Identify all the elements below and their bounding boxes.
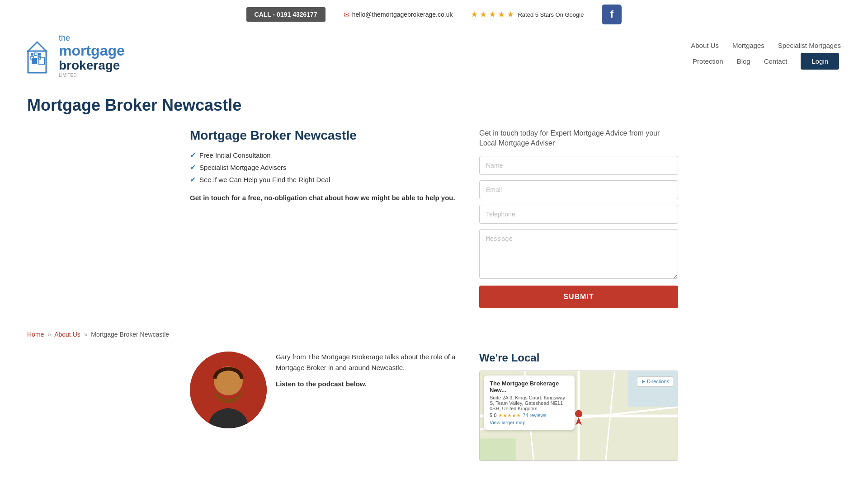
section-title: Mortgage Broker Newcastle	[190, 128, 461, 143]
directions-label: Directions	[647, 379, 669, 384]
svg-rect-3	[31, 53, 33, 56]
star-2: ★	[480, 9, 487, 19]
checklist-item-3: ✔ See if we Can Help you Find the Right …	[190, 175, 461, 184]
person-text-area: Gary from The Mortgage Brokerage talks a…	[276, 352, 461, 389]
logo[interactable]: the mortgage brokerage LIMITED	[27, 34, 125, 78]
map-title: We're Local	[479, 352, 678, 364]
check-icon-1: ✔	[190, 151, 196, 160]
breadcrumb-sep-2: »	[84, 331, 88, 338]
breadcrumb-about-us[interactable]: About Us	[54, 331, 80, 338]
nav-row-top: About Us Mortgages Specialist Mortgages	[691, 42, 841, 49]
telephone-input[interactable]	[479, 205, 678, 224]
map-address: Suite 2A 3, Kings Court, Kingsway S, Tea…	[490, 395, 569, 411]
facebook-button[interactable]: f	[602, 5, 622, 24]
svg-rect-2	[39, 58, 44, 64]
main-content: Mortgage Broker Newcastle ✔ Free Initial…	[163, 119, 705, 326]
breadcrumb-current: Mortgage Broker Newcastle	[91, 331, 169, 338]
map-rating: 5.0 ★★★★★ 74 reviews	[490, 413, 569, 418]
listen-label: Listen to the podcast below.	[276, 379, 461, 389]
person-description: Gary from The Mortgage Brokerage talks a…	[276, 352, 461, 373]
logo-text-area: the mortgage brokerage LIMITED	[59, 34, 125, 78]
form-intro: Get in touch today for Expert Mortgage A…	[479, 128, 678, 149]
message-input[interactable]	[479, 229, 678, 279]
map-info-title: The Mortgage Brokerage New...	[490, 380, 569, 394]
map-directions-button[interactable]: ➤ Directions	[637, 376, 673, 387]
nav-login-button[interactable]: Login	[801, 53, 839, 70]
google-rating: ★ ★ ★ ★ ★ Rated 5 Stars On Google	[471, 9, 584, 19]
breadcrumb-home[interactable]: Home	[27, 331, 44, 338]
call-button[interactable]: CALL - 0191 4326177	[246, 7, 326, 22]
email-input[interactable]	[479, 180, 678, 199]
logo-limited: LIMITED	[59, 73, 125, 78]
person-avatar	[190, 352, 267, 428]
google-rating-label: Rated 5 Stars On Google	[518, 11, 584, 18]
nav-links: About Us Mortgages Specialist Mortgages …	[691, 42, 841, 70]
checklist-text-2: Specialist Mortgage Advisers	[199, 164, 287, 171]
person-card: Gary from The Mortgage Brokerage talks a…	[190, 352, 461, 428]
hero-title: Mortgage Broker Newcastle	[0, 82, 868, 119]
podcast-column: Gary from The Mortgage Brokerage talks a…	[190, 352, 461, 461]
nav-about-us[interactable]: About Us	[691, 42, 719, 49]
nav-mortgages[interactable]: Mortgages	[732, 42, 764, 49]
map-rating-number: 5.0	[490, 413, 496, 418]
breadcrumb: Home » About Us » Mortgage Broker Newcas…	[0, 326, 868, 343]
check-icon-3: ✔	[190, 175, 196, 184]
cta-text: Get in touch for a free, no-obligation c…	[190, 194, 461, 202]
breadcrumb-sep-1: »	[47, 331, 51, 338]
directions-icon: ➤	[641, 379, 645, 385]
email-address: hello@themortgagebrokerage.co.uk	[352, 11, 453, 18]
star-5: ★	[507, 9, 514, 19]
star-4: ★	[498, 9, 505, 19]
checklist-text-1: Free Initial Consultation	[199, 151, 271, 159]
map-reviews-link[interactable]: 74 reviews	[523, 413, 547, 418]
map-view-larger-link[interactable]: View larger map	[490, 420, 569, 425]
person-image	[190, 352, 267, 428]
logo-icon	[27, 38, 54, 74]
envelope-icon: ✉	[344, 10, 349, 19]
nav-specialist-mortgages[interactable]: Specialist Mortgages	[778, 42, 841, 49]
svg-rect-17	[480, 438, 516, 461]
nav-blog[interactable]: Blog	[737, 57, 750, 65]
navbar: the mortgage brokerage LIMITED About Us …	[0, 29, 868, 82]
checklist-text-3: See if we Can Help you Find the Right De…	[199, 176, 330, 183]
contact-form-area: Get in touch today for Expert Mortgage A…	[479, 128, 678, 308]
logo-mortgage: mortgage	[59, 43, 125, 59]
nav-contact[interactable]: Contact	[764, 57, 788, 65]
svg-rect-1	[32, 58, 37, 64]
check-icon-2: ✔	[190, 163, 196, 172]
checklist: ✔ Free Initial Consultation ✔ Specialist…	[190, 151, 461, 184]
logo-the: the	[59, 34, 125, 43]
svg-rect-5	[38, 53, 41, 56]
star-1: ★	[471, 9, 478, 19]
name-input[interactable]	[479, 156, 678, 175]
submit-button[interactable]: SUBMIT	[479, 286, 678, 308]
checklist-item-2: ✔ Specialist Mortgage Advisers	[190, 163, 461, 172]
map-stars: ★★★★★	[498, 413, 521, 418]
lower-section: Gary from The Mortgage Brokerage talks a…	[163, 343, 705, 479]
map-embed[interactable]: The Mortgage Brokerage New... Suite 2A 3…	[479, 371, 678, 461]
svg-rect-4	[34, 53, 37, 56]
map-info-box: The Mortgage Brokerage New... Suite 2A 3…	[484, 375, 575, 430]
email-area: ✉ hello@themortgagebrokerage.co.uk	[344, 10, 453, 19]
star-3: ★	[489, 9, 496, 19]
top-bar: CALL - 0191 4326177 ✉ hello@themortgageb…	[0, 0, 868, 29]
nav-protection[interactable]: Protection	[693, 57, 723, 65]
nav-row-bottom: Protection Blog Contact Login	[693, 53, 839, 70]
contact-form: SUBMIT	[479, 156, 678, 308]
logo-brokerage: brokerage	[59, 59, 125, 73]
svg-point-19	[575, 410, 582, 417]
map-column: We're Local	[479, 352, 678, 461]
checklist-item-1: ✔ Free Initial Consultation	[190, 151, 461, 160]
left-column: Mortgage Broker Newcastle ✔ Free Initial…	[190, 128, 461, 308]
